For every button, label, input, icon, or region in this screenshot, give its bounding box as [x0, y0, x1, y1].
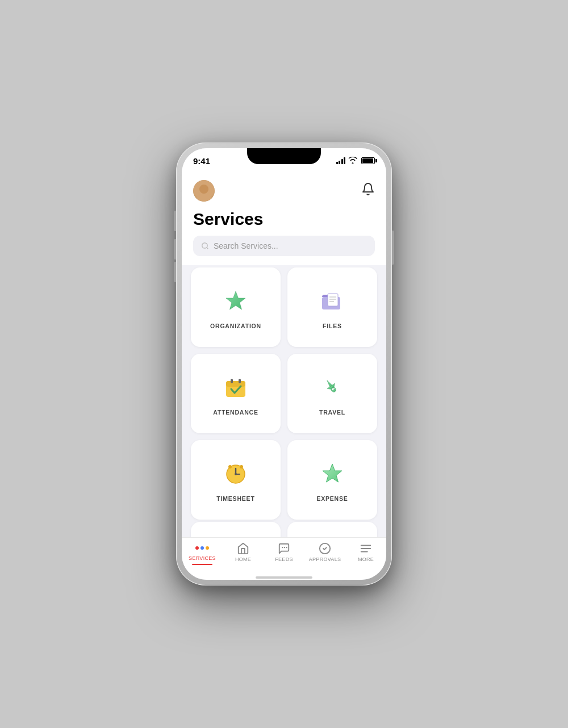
- status-bar: 9:41: [182, 148, 386, 173]
- expense-label: EXPENSE: [316, 495, 348, 502]
- travel-label: TRAVEL: [319, 409, 345, 416]
- attendance-label: ATTENDANCE: [213, 409, 258, 416]
- avatar[interactable]: [193, 180, 215, 202]
- nav-item-feeds[interactable]: FEEDS: [264, 542, 304, 566]
- services-grid: ORGANIZATION: [182, 265, 386, 522]
- organization-label: ORGANIZATION: [210, 323, 261, 329]
- svg-point-18: [235, 473, 237, 475]
- service-card-rewards[interactable]: [287, 522, 377, 537]
- home-indicator: [182, 576, 386, 580]
- more-nav-icon: [360, 542, 372, 555]
- home-nav-icon: [237, 542, 249, 555]
- attendance-icon: [222, 374, 250, 402]
- search-bar[interactable]: Search Services...: [193, 236, 375, 256]
- search-container: Search Services...: [182, 236, 386, 265]
- phone-screen: 9:41: [182, 148, 386, 580]
- search-icon: [201, 242, 209, 250]
- service-card-expense[interactable]: EXPENSE: [287, 440, 377, 520]
- svg-rect-11: [239, 379, 241, 383]
- phone-frame: 9:41: [176, 143, 392, 585]
- signal-icon: [336, 157, 346, 164]
- travel-icon: [318, 374, 346, 402]
- notification-bell-icon[interactable]: [361, 182, 375, 199]
- avatar-image: [193, 180, 215, 202]
- nav-label-feeds: FEEDS: [275, 557, 293, 562]
- service-card-help[interactable]: ?: [191, 522, 281, 537]
- files-icon: [318, 287, 346, 316]
- services-nav-icon: [195, 542, 209, 554]
- page-title: Services: [182, 207, 386, 236]
- timesheet-label: TIMESHEET: [216, 495, 254, 502]
- service-card-attendance[interactable]: ATTENDANCE: [191, 354, 281, 433]
- organization-icon: [222, 287, 250, 316]
- bottom-nav: SERVICES HOME FEEDS: [182, 537, 386, 577]
- service-card-organization[interactable]: ORGANIZATION: [191, 267, 281, 347]
- svg-point-14: [228, 465, 232, 468]
- nav-label-services: SERVICES: [189, 555, 216, 561]
- app-header: [182, 173, 386, 207]
- nav-item-approvals[interactable]: APPROVALS: [304, 542, 345, 566]
- svg-marker-2: [226, 291, 245, 309]
- svg-rect-9: [226, 381, 245, 387]
- battery-icon: [361, 157, 375, 164]
- nav-item-more[interactable]: MORE: [345, 542, 386, 566]
- status-time: 9:41: [193, 156, 210, 166]
- timesheet-icon: [222, 460, 250, 488]
- nav-label-more: MORE: [358, 557, 374, 562]
- nav-label-home: HOME: [235, 557, 251, 562]
- svg-point-0: [202, 243, 207, 248]
- svg-line-1: [207, 248, 208, 249]
- service-card-timesheet[interactable]: TIMESHEET: [191, 440, 281, 520]
- svg-marker-19: [323, 464, 342, 482]
- nav-label-approvals: APPROVALS: [309, 557, 341, 562]
- services-grid-bottom: ?: [182, 522, 386, 537]
- status-icons: [336, 157, 375, 165]
- wifi-icon: [348, 157, 357, 165]
- expense-icon: [318, 460, 346, 488]
- approvals-nav-icon: [319, 542, 331, 555]
- service-card-files[interactable]: FILES: [287, 267, 377, 347]
- svg-point-15: [240, 465, 243, 468]
- svg-rect-4: [328, 294, 338, 306]
- search-input[interactable]: Search Services...: [214, 241, 278, 250]
- notch: [247, 148, 321, 164]
- nav-item-home[interactable]: HOME: [223, 542, 264, 566]
- svg-rect-10: [231, 379, 233, 383]
- feeds-nav-icon: [278, 542, 290, 555]
- service-card-travel[interactable]: TRAVEL: [287, 354, 377, 433]
- screen-content[interactable]: Services Search Services...: [182, 173, 386, 537]
- files-label: FILES: [323, 323, 342, 329]
- nav-item-services[interactable]: SERVICES: [182, 542, 223, 566]
- active-indicator: [192, 564, 212, 566]
